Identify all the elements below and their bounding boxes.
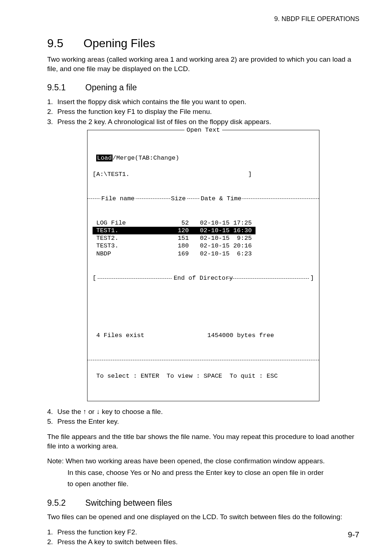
file-rows: LOG File 52 02-10-15 17:25 TEST1. 120 02…: [93, 219, 314, 258]
section-num: 9.5: [47, 36, 83, 51]
end-of-directory-row: [ End of Directory ]: [93, 276, 314, 281]
step-item: 5.Press the Enter key.: [47, 417, 359, 426]
step-text: Insert the floppy disk which contains th…: [57, 98, 246, 106]
column-header-separator: File name Size Date & Time: [87, 198, 319, 199]
step-text: Use the ↑ or ↓ key to choose a file.: [57, 408, 163, 415]
subsection-num: 9.5.1: [47, 82, 85, 93]
col-date-time: Date & Time: [200, 195, 242, 203]
page-number: 9-7: [348, 529, 359, 540]
note-line3: to open another file.: [47, 479, 359, 489]
col-file-name: File name: [101, 195, 135, 203]
status-line: 4 Files exist 1454000 bytes free: [93, 332, 314, 339]
file-row: NBDP 169 02-10-15 6:23: [93, 250, 314, 258]
step-text: Press the A key to switch between files.: [57, 538, 178, 546]
note-block: Note: When two working areas have been o…: [47, 456, 359, 489]
dialog-title: Open Text: [184, 126, 222, 135]
file-row: LOG File 52 02-10-15 17:25: [93, 219, 314, 227]
footer-separator: [87, 360, 319, 360]
file-row: TEST2. 151 02-10-15 9:25: [93, 234, 314, 242]
mode-load-highlight: Load: [96, 155, 113, 161]
step-text: Press the Enter key.: [57, 418, 119, 425]
file-row: TEST1. 120 02-10-15 16:30: [93, 227, 314, 234]
subsection-heading-9-5-1: 9.5.1Opening a file: [47, 82, 359, 93]
col-size: Size: [170, 195, 187, 203]
end-of-directory-label: End of Directory: [172, 274, 234, 283]
footer-hint: To select : ENTER To view : SPACE To qui…: [93, 372, 314, 380]
section-intro: Two working areas (called working area 1…: [47, 55, 359, 73]
note-line1: When two working areas have been opened,…: [66, 457, 325, 465]
subsection-intro: Two files can be opened and one displaye…: [47, 512, 359, 522]
bytes-free: 1454000 bytes free: [207, 332, 274, 339]
files-exist: 4 Files exist: [96, 332, 144, 339]
path-line: [A:\TEST1. ]: [93, 171, 314, 178]
terminal-figure: Open Text Load/Merge(TAB:Change) [A:\TES…: [47, 130, 359, 401]
bracket-left: [: [93, 274, 96, 283]
steps-list-951-post: 4.Use the ↑ or ↓ key to choose a file. 5…: [47, 407, 359, 426]
mode-line: Load/Merge(TAB:Change): [93, 154, 314, 162]
file-row: TEST3. 180 02-10-15 20:16: [93, 242, 314, 250]
mode-rest: /Merge(TAB:Change): [113, 155, 179, 161]
footer-text: To select : ENTER To view : SPACE To qui…: [96, 373, 278, 379]
section-heading-9-5: 9.5Opening Files: [47, 36, 359, 51]
chapter-header: 9. NBDP FILE OPERATIONS: [274, 15, 359, 23]
step-text: Press the 2 key. A chronological list of…: [57, 118, 271, 126]
step-item: 2.Press the A key to switch between file…: [47, 537, 359, 547]
selected-file-row: TEST1. 120 02-10-15 16:30: [93, 227, 256, 234]
subsection-title: Switching between files: [85, 498, 172, 508]
after-paragraph: The file appears and the title bar shows…: [47, 432, 359, 451]
step-item: 1.Press the function key F2.: [47, 528, 359, 537]
note-label: Note:: [47, 457, 64, 465]
note-line2: In this case, choose Yes or No and press…: [47, 468, 359, 477]
section-title: Opening Files: [83, 37, 155, 50]
subsection-heading-9-5-2: 9.5.2Switching between files: [47, 497, 359, 509]
step-item: 3.Press the 2 key. A chronological list …: [47, 117, 359, 127]
subsection-num: 9.5.2: [47, 497, 85, 509]
step-item: 2.Press the function key F1 to display t…: [47, 107, 359, 116]
steps-list-951: 1.Insert the floppy disk which contains …: [47, 97, 359, 127]
bracket-right: ]: [310, 274, 314, 283]
step-text: Press the function key F2.: [57, 528, 137, 536]
step-text: Press the function key F1 to display the…: [57, 108, 212, 115]
step-item: 1.Insert the floppy disk which contains …: [47, 97, 359, 107]
steps-list-952: 1.Press the function key F2. 2.Press the…: [47, 528, 359, 547]
step-item: 4.Use the ↑ or ↓ key to choose a file.: [47, 407, 359, 416]
open-text-dialog: Open Text Load/Merge(TAB:Change) [A:\TES…: [87, 130, 319, 401]
subsection-title: Opening a file: [85, 83, 137, 92]
